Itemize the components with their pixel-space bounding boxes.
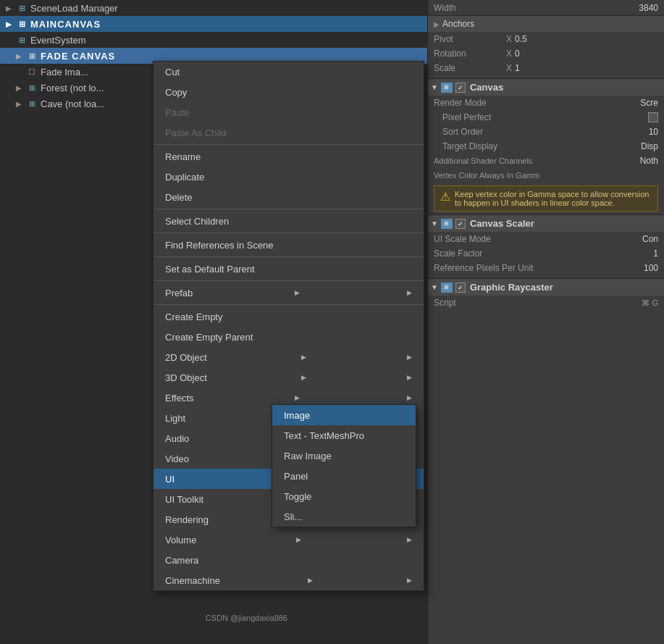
script-row: Script ⌘ G <box>428 296 664 310</box>
menu-item-create-empty[interactable]: Create Empty <box>154 306 424 327</box>
inspector-panel: Width 3840 ▶ Anchors Pivot X 0.5 Rotatio… <box>427 0 664 644</box>
cave-label: Cave (not loa... <box>41 99 104 109</box>
menu-item-ui-label: UI <box>165 474 175 485</box>
rotation-x-label: X <box>506 49 512 59</box>
graphic-raycaster-arrow: ▼ <box>431 283 438 291</box>
submenu-item-image-label: Image <box>284 410 310 421</box>
script-label: Script <box>434 298 456 308</box>
ref-pixels-value: 100 <box>644 263 658 273</box>
hierarchy-item-maincanvas[interactable]: ▶ ⊞ MAINCANVAS <box>0 16 427 32</box>
cave-icon: ⊞ <box>26 98 38 109</box>
hierarchy-item-sceneload[interactable]: ▶ ⊞ SceneLoad Manager <box>0 0 427 16</box>
menu-item-paste[interactable]: Paste <box>154 102 424 122</box>
canvas-scaler-icon: ⊞ <box>441 219 453 229</box>
arrow-icon-fade: ▶ <box>16 52 26 60</box>
menu-item-rename[interactable]: Rename <box>154 146 424 167</box>
canvas-scaler-checkbox[interactable]: ✓ <box>455 219 466 229</box>
submenu-item-text-tmp[interactable]: Text - TextMeshPro <box>272 425 416 446</box>
menu-item-volume[interactable]: Volume ▶ <box>154 530 424 550</box>
menu-item-2d-object[interactable]: 2D Object ▶ <box>154 347 424 367</box>
canvas-arrow: ▼ <box>431 83 438 91</box>
script-value: ⌘ G <box>642 298 658 308</box>
menu-item-paste-as-child[interactable]: Paste As Child <box>154 122 424 143</box>
submenu-item-image[interactable]: Image <box>272 405 416 425</box>
menu-item-camera-label: Camera <box>165 555 198 566</box>
menu-item-prefab[interactable]: Prefab ▶ <box>154 283 424 303</box>
submenu-item-toggle[interactable]: Toggle <box>272 486 416 506</box>
pixel-perfect-row: Pixel Perfect <box>428 110 664 125</box>
render-mode-row: Render Mode Scre <box>428 96 664 110</box>
menu-item-find-references-label: Find References in Scene <box>165 240 274 251</box>
submenu-item-raw-image-label: Raw Image <box>284 451 332 461</box>
width-row: Width 3840 <box>428 0 664 16</box>
scale-x-value: 1 <box>515 63 520 73</box>
menu-item-find-references[interactable]: Find References in Scene <box>154 235 424 255</box>
warning-icon: ⚠ <box>440 190 450 204</box>
submenu-item-toggle-label: Toggle <box>284 491 311 502</box>
width-value: 3840 <box>639 3 658 13</box>
pivot-row: Pivot X 0.5 <box>428 32 664 46</box>
graphic-raycaster-section-label: Graphic Raycaster <box>470 282 553 293</box>
render-mode-value: Scre <box>640 98 658 108</box>
menu-item-set-default-parent[interactable]: Set as Default Parent <box>154 259 424 279</box>
ui-scale-mode-row: UI Scale Mode Con <box>428 232 664 246</box>
menu-item-cut-label: Cut <box>165 67 180 78</box>
menu-item-cinemachine[interactable]: Cinemachine ▶ <box>154 570 424 590</box>
canvas-scaler-section-header[interactable]: ▼ ⊞ ✓ Canvas Scaler <box>428 214 664 232</box>
ref-pixels-label: Reference Pixels Per Unit <box>434 263 533 273</box>
sort-order-row: Sort Order 10 <box>428 125 664 139</box>
vertex-color-label: Vertex Color Always In Gamm <box>434 171 539 180</box>
pixel-perfect-checkbox[interactable] <box>648 112 658 122</box>
pixel-perfect-label: Pixel Perfect <box>442 112 491 122</box>
cinemachine-submenu-arrow: ▶ <box>308 577 313 584</box>
menu-item-delete[interactable]: Delete <box>154 187 424 207</box>
submenu-item-raw-image[interactable]: Raw Image <box>272 446 416 466</box>
menu-item-create-empty-parent[interactable]: Create Empty Parent <box>154 327 424 347</box>
separator-1 <box>154 144 424 145</box>
rotation-row: Rotation X 0 <box>428 46 664 61</box>
pivot-x-label: X <box>506 34 512 44</box>
canvas-section-label: Canvas <box>470 82 503 93</box>
canvas-checkbox[interactable]: ✓ <box>455 83 466 93</box>
menu-item-effects-label: Effects <box>165 393 194 403</box>
menu-item-cut[interactable]: Cut <box>154 62 424 82</box>
canvas-section-icon: ⊞ <box>441 83 453 93</box>
forest-icon: ⊞ <box>26 82 38 93</box>
submenu-item-panel[interactable]: Panel <box>272 466 416 486</box>
submenu-item-slider[interactable]: Sli... <box>272 506 416 527</box>
scale-row: Scale X 1 <box>428 61 664 75</box>
arrow-icon-maincanvas: ▶ <box>6 20 16 28</box>
submenu-item-panel-label: Panel <box>284 471 308 482</box>
target-display-value: Disp <box>641 141 658 151</box>
scale-label: Scale <box>434 63 506 73</box>
canvas-section-header[interactable]: ▼ ⊞ ✓ Canvas <box>428 78 664 96</box>
separator-2 <box>154 209 424 209</box>
target-display-row: Target Display Disp <box>428 139 664 154</box>
width-label: Width <box>434 3 456 13</box>
scale-x-label: X <box>506 63 512 73</box>
separator-5 <box>154 280 424 281</box>
graphic-raycaster-section-header[interactable]: ▼ ⊞ ✓ Graphic Raycaster <box>428 278 664 296</box>
menu-item-3d-object-label: 3D Object <box>165 372 207 383</box>
menu-item-set-default-parent-label: Set as Default Parent <box>165 264 255 275</box>
ui-scale-mode-value: Con <box>642 234 658 244</box>
hierarchy-item-eventsystem[interactable]: ⊞ EventSystem <box>0 32 427 48</box>
menu-item-duplicate-label: Duplicate <box>165 172 204 183</box>
rotation-label: Rotation <box>434 49 506 59</box>
anchors-header[interactable]: ▶ Anchors <box>428 16 664 32</box>
menu-item-duplicate[interactable]: Duplicate <box>154 167 424 187</box>
csdn-watermark: CSDN @jiangdaxia886 <box>206 614 287 622</box>
menu-item-camera[interactable]: Camera <box>154 550 424 570</box>
sort-order-label: Sort Order <box>442 127 483 137</box>
shader-channels-value: Noth <box>640 156 658 166</box>
fadecanvas-icon: ⊞ <box>26 50 38 62</box>
menu-item-copy[interactable]: Copy <box>154 82 424 102</box>
eventsystem-label: EventSystem <box>30 35 86 46</box>
menu-item-prefab-label: Prefab <box>165 288 193 298</box>
menu-item-3d-object[interactable]: 3D Object ▶ <box>154 367 424 388</box>
3d-object-submenu-arrow: ▶ <box>301 374 306 381</box>
menu-item-select-children[interactable]: Select Children <box>154 211 424 231</box>
menu-item-light-label: Light <box>165 413 185 424</box>
graphic-raycaster-checkbox[interactable]: ✓ <box>455 283 466 293</box>
anchors-label: Anchors <box>442 19 474 29</box>
